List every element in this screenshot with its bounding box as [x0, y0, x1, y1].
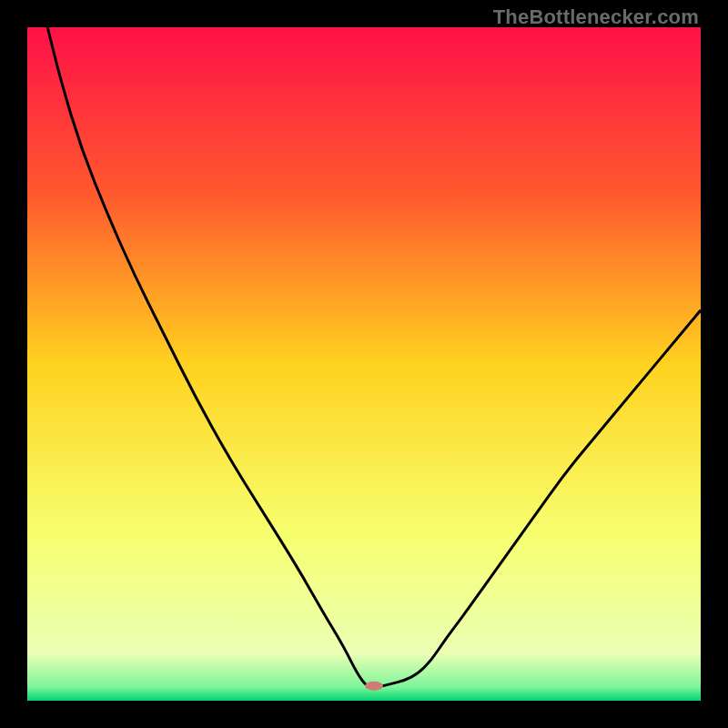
chart-frame: TheBottlenecker.com [0, 0, 728, 728]
watermark-text: TheBottlenecker.com [493, 5, 699, 29]
plot-area [27, 27, 701, 701]
gradient-background [27, 27, 701, 701]
chart-svg [27, 27, 701, 701]
optimal-marker [365, 682, 383, 691]
